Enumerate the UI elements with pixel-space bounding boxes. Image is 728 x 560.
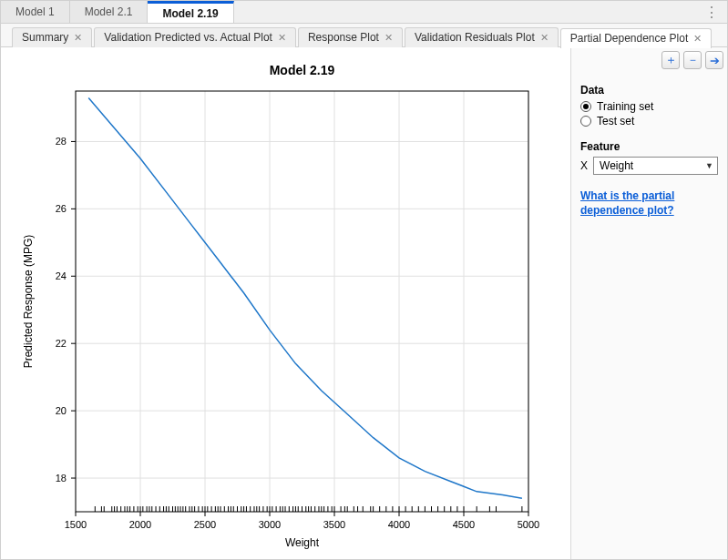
model-tab-label: Model 1: [15, 5, 55, 18]
plot-tab-pdp[interactable]: Partial Dependence Plot ✕: [560, 28, 712, 48]
radio-label: Training set: [597, 100, 653, 113]
close-icon[interactable]: ✕: [385, 32, 393, 44]
help-link[interactable]: What is the partial dependence plot?: [580, 189, 718, 218]
side-panel: ＋ － ➔ Data Training set Test set: [570, 47, 727, 559]
svg-text:Weight: Weight: [285, 536, 320, 549]
plus-icon: ＋: [665, 52, 677, 68]
close-icon[interactable]: ✕: [693, 33, 702, 45]
svg-text:Model 2.19: Model 2.19: [270, 63, 335, 77]
svg-text:24: 24: [56, 270, 67, 281]
svg-text:3500: 3500: [323, 519, 345, 530]
radio-test-set[interactable]: Test set: [580, 115, 718, 127]
svg-text:Predicted Response (MPG): Predicted Response (MPG): [22, 235, 35, 369]
model-tab-3[interactable]: Model 2.19: [148, 1, 233, 23]
model-tab-label: Model 2.19: [162, 7, 218, 20]
radio-icon: [580, 116, 591, 127]
plot-tab-summary[interactable]: Summary ✕: [12, 27, 92, 47]
feature-dropdown-value: Weight: [600, 159, 633, 172]
plot-tab-label: Summary: [22, 31, 68, 44]
model-tab-label: Model 2.1: [85, 5, 133, 18]
plot-tab-response[interactable]: Response Plot ✕: [298, 27, 403, 47]
chart-area: Model 2.19150020002500300035004000450050…: [1, 47, 570, 559]
svg-text:2500: 2500: [194, 519, 216, 530]
arrow-right-icon: ➔: [710, 54, 720, 67]
svg-text:26: 26: [56, 203, 67, 214]
plot-tab-label: Partial Dependence Plot: [570, 32, 688, 45]
plot-tab-bar: Summary ✕ Validation Predicted vs. Actua…: [1, 24, 727, 47]
close-icon[interactable]: ✕: [278, 32, 286, 44]
model-tab-1[interactable]: Model 1: [1, 1, 70, 23]
svg-rect-43: [76, 91, 528, 512]
radio-icon: [580, 101, 591, 112]
model-tab-2[interactable]: Model 2.1: [70, 1, 149, 23]
svg-text:2000: 2000: [129, 519, 151, 530]
svg-text:3000: 3000: [259, 519, 281, 530]
plot-tab-label: Validation Predicted vs. Actual Plot: [104, 31, 272, 44]
pdp-chart: Model 2.19150020002500300035004000450050…: [5, 55, 564, 559]
chevron-down-icon: ▼: [705, 161, 713, 170]
model-tab-bar: Model 1 Model 2.1 Model 2.19 ⋮: [1, 1, 727, 24]
popout-button[interactable]: ➔: [705, 51, 723, 69]
close-icon[interactable]: ✕: [540, 32, 549, 44]
radio-label: Test set: [597, 115, 634, 127]
plot-tab-validation-predicted[interactable]: Validation Predicted vs. Actual Plot ✕: [94, 27, 296, 47]
svg-text:28: 28: [56, 136, 67, 147]
kebab-menu-icon[interactable]: ⋮: [704, 4, 720, 21]
svg-text:18: 18: [56, 473, 67, 484]
svg-text:5000: 5000: [518, 519, 539, 530]
svg-text:4000: 4000: [388, 519, 410, 530]
feature-section-title: Feature: [580, 140, 718, 153]
collapse-button[interactable]: －: [683, 51, 702, 69]
expand-button[interactable]: ＋: [661, 51, 680, 69]
feature-dropdown[interactable]: Weight ▼: [593, 157, 718, 175]
svg-text:20: 20: [56, 405, 67, 416]
panel-toolbar: ＋ － ➔: [571, 47, 727, 73]
plot-tab-validation-residuals[interactable]: Validation Residuals Plot ✕: [405, 27, 559, 47]
minus-icon: －: [687, 52, 699, 68]
data-section-title: Data: [580, 84, 718, 97]
plot-tab-label: Validation Residuals Plot: [415, 31, 535, 44]
radio-training-set[interactable]: Training set: [580, 100, 718, 113]
svg-text:1500: 1500: [65, 519, 87, 530]
feature-axis-label: X: [580, 159, 588, 172]
plot-tab-label: Response Plot: [308, 31, 379, 44]
close-icon[interactable]: ✕: [74, 32, 82, 44]
svg-text:4500: 4500: [453, 519, 475, 530]
svg-text:22: 22: [56, 338, 67, 349]
